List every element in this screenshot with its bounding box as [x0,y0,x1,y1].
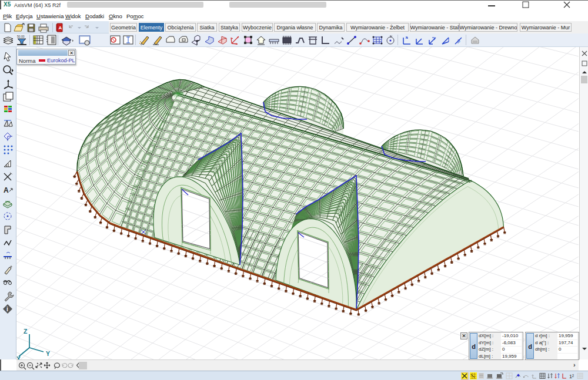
svg-text:1²: 1² [569,374,574,379]
svg-text:A: A [59,25,62,31]
svg-text:50.00: 50.00 [17,35,25,38]
svg-text:β: β [457,38,460,43]
svg-text:i: i [6,306,8,312]
svg-text:Z: Z [24,328,28,335]
svg-text:X5: X5 [4,1,11,8]
svg-text:X: X [16,355,21,359]
svg-text:Y: Y [46,350,50,357]
svg-text:A: A [4,186,9,194]
